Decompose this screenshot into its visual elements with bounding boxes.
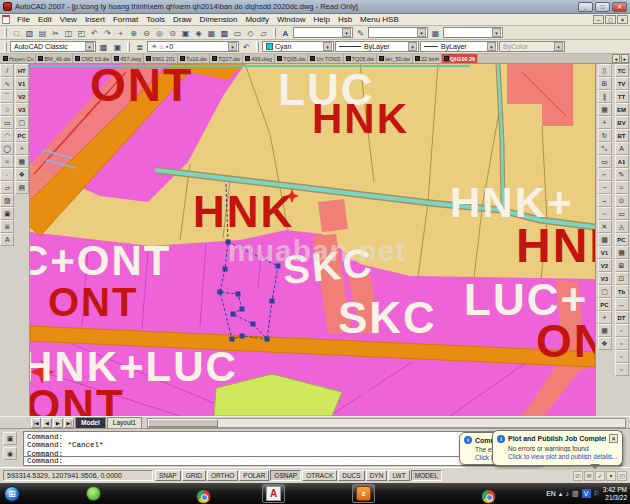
modify-tool-3[interactable]: ▦ [598,103,612,116]
volume-icon[interactable]: ♪ [565,490,569,497]
minimize-button[interactable]: _ [578,2,593,12]
layout-nav-3[interactable]: ▶| [64,418,74,428]
right-tool-12[interactable]: ◬ [615,220,629,233]
modify-tool-13[interactable]: ▩ [598,233,612,246]
toolbar-grip[interactable] [273,28,276,38]
linetype-combo[interactable]: ByLayer ▾ [420,41,498,52]
tool-button[interactable]: ◉ [3,447,17,460]
menu-edit[interactable]: Edit [34,14,56,25]
menu-tools[interactable]: Tools [142,14,169,25]
doc-tab-qh100-20[interactable]: QH100 20 [442,54,478,63]
menu-window[interactable]: Window [273,14,309,25]
modify-tool-0[interactable]: ▯ [598,64,612,77]
right-tool-11[interactable]: ▭ [615,207,629,220]
right-tool-3[interactable]: EM [615,103,629,116]
right-tool-0[interactable]: TC [615,64,629,77]
text-style-icon[interactable]: A [279,27,292,39]
toolbar1-button-15[interactable]: ▦ [205,27,218,39]
toolbar1-button-4[interactable]: ◫ [62,27,75,39]
custom-tool-❖[interactable]: ❖ [15,168,29,181]
modify-tool-18[interactable]: PC [598,298,612,311]
right-tool-19[interactable]: DT [615,311,629,324]
menu-dimension[interactable]: Dimension [196,14,242,25]
right-tool-6[interactable]: A [615,142,629,155]
plotstyle-combo[interactable]: ByColor ▾ [499,41,565,52]
doc-tab-tq27-dw[interactable]: TQ27.dw [210,54,243,63]
workspace-save-icon[interactable]: ▣ [111,41,124,53]
taskbar-clock[interactable]: 3:42 PM 21/3/22 [603,486,627,502]
doc-tab-tq05-dw[interactable]: TQ05.dw [275,54,308,63]
draw-tool-3[interactable]: ○ [0,103,14,116]
modify-tool-8[interactable]: ⌐ [598,168,612,181]
workspace-combo[interactable]: AutoCAD Classic ▾ [10,41,96,52]
toolbar1-button-14[interactable]: ◈ [192,27,205,39]
toolbar1-button-10[interactable]: ⊖ [140,27,153,39]
status-toggle-grid[interactable]: GRID [182,470,206,481]
tab-layout1[interactable]: Layout1 [107,417,142,428]
doc-tab-499-dwg[interactable]: 499.dwg [243,54,275,63]
status-toggle-lwt[interactable]: LWT [388,470,409,481]
doc-tab-22-binh[interactable]: 22 binh [413,54,442,63]
toolbar1-button-3[interactable]: ✂ [49,27,62,39]
right-tool-20[interactable]: ▫ [615,324,629,337]
modify-tool-4[interactable]: + [598,116,612,129]
custom-tool-▤[interactable]: ▤ [15,181,29,194]
draw-tool-13[interactable]: A [0,233,14,246]
network-icon[interactable]: ▥ [572,490,579,498]
draw-tool-12[interactable]: ≣ [0,220,14,233]
toolbar1-button-13[interactable]: ▣ [179,27,192,39]
doc-tab-9961-201[interactable]: 9961 201 [144,54,178,63]
menu-menu-hsb[interactable]: Menu HSB [356,14,403,25]
draw-tool-9[interactable]: ▱ [0,181,14,194]
draw-tool-4[interactable]: ▭ [0,116,14,129]
layout-nav-1[interactable]: ◀ [42,418,52,428]
lineweight-combo[interactable]: ByLayer ▾ [335,41,419,52]
custom-tool-▦[interactable]: ▦ [15,155,29,168]
text-style-combo[interactable]: ▾ [293,27,353,38]
toolbar1-button-19[interactable]: ▱ [257,27,270,39]
table-style-combo[interactable]: ▾ [443,27,503,38]
modify-tool-11[interactable]: ⌢ [598,207,612,220]
doc-tab-huyen-cu[interactable]: Huyen Cu [1,54,36,63]
doc-tab-tq05-dw[interactable]: TQ05.dw [344,54,377,63]
menu-modify[interactable]: Modify [241,14,273,25]
layer-previous-icon[interactable]: ↶ [240,41,253,53]
autocad-taskbar-icon[interactable]: A [266,486,281,501]
layer-properties-icon[interactable]: ≣ [133,41,146,53]
status-toggle-polar[interactable]: POLAR [239,470,269,481]
toolbar1-button-7[interactable]: ↷ [101,27,114,39]
doc-tab-lan-50-dw[interactable]: lan_50.dw [377,54,413,63]
status-toggle-ducs[interactable]: DUCS [338,470,364,481]
right-tool-2[interactable]: TT [615,90,629,103]
toolbar1-button-5[interactable]: ◰ [75,27,88,39]
app-tray-icon[interactable]: V [582,489,591,498]
status-toggle-model[interactable]: MODEL [411,470,442,481]
modify-tool-17[interactable]: ▢ [598,285,612,298]
modify-tool-1[interactable]: ⊞ [598,77,612,90]
toolbar1-button-18[interactable]: ◇ [244,27,257,39]
custom-tool-v3[interactable]: V3 [15,103,29,116]
right-tool-22[interactable]: ▫ [615,350,629,363]
doc-tab-bm-49-dw[interactable]: BM_49.dw [36,54,73,63]
menu-draw[interactable]: Draw [169,14,196,25]
doc-tab-un-tong[interactable]: Un TONG [308,54,343,63]
status-toggle-dyn[interactable]: DYN [366,470,388,481]
zalo-icon[interactable]: z [356,486,371,501]
balloon-link[interactable]: Click to view plot and publish details..… [508,453,618,460]
draw-tool-1[interactable]: ∿ [0,77,14,90]
layout-nav-0[interactable]: |◀ [31,418,41,428]
clean-screen-icon[interactable]: ◰ [617,471,627,481]
toolbar-grip[interactable] [4,42,7,52]
right-tool-13[interactable]: PC [615,233,629,246]
custom-tool-+[interactable]: + [15,142,29,155]
right-tool-1[interactable]: TV [615,77,629,90]
tool-button[interactable]: ▣ [3,432,17,445]
tab-scroll-right[interactable]: ▸ [621,54,629,63]
modify-tool-6[interactable]: ⤡ [598,142,612,155]
draw-tool-5[interactable]: ◠ [0,129,14,142]
modify-tool-2[interactable]: ∥ [598,90,612,103]
right-tool-7[interactable]: A1 [615,155,629,168]
chrome-icon-2[interactable] [481,489,496,504]
toolbar-grip[interactable] [256,42,259,52]
toolbar1-button-12[interactable]: ⊙ [166,27,179,39]
